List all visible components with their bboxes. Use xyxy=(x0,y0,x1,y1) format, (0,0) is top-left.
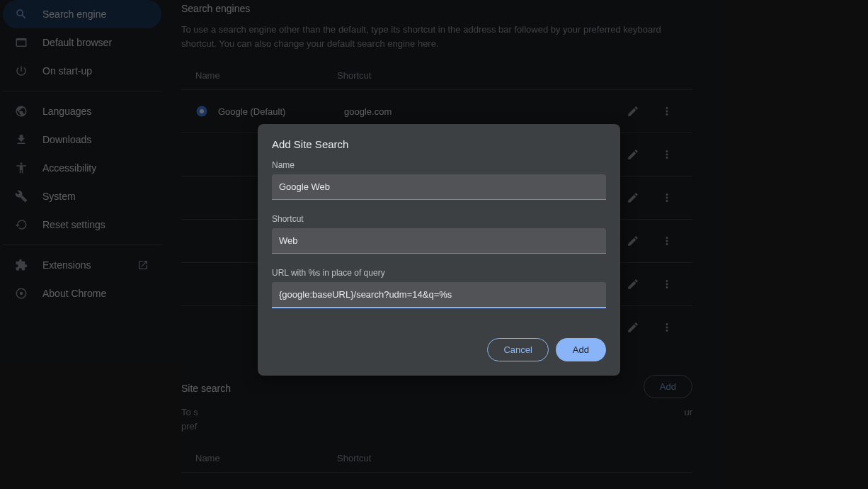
add-site-search-dialog: Add Site Search Name Shortcut URL with %… xyxy=(258,124,620,376)
url-input[interactable] xyxy=(272,282,606,308)
dialog-title: Add Site Search xyxy=(272,138,606,150)
name-label: Name xyxy=(272,160,606,170)
url-label: URL with %s in place of query xyxy=(272,268,606,278)
shortcut-label: Shortcut xyxy=(272,214,606,224)
shortcut-input[interactable] xyxy=(272,228,606,254)
add-button[interactable]: Add xyxy=(556,338,606,361)
name-input[interactable] xyxy=(272,174,606,200)
cancel-button[interactable]: Cancel xyxy=(487,338,548,361)
